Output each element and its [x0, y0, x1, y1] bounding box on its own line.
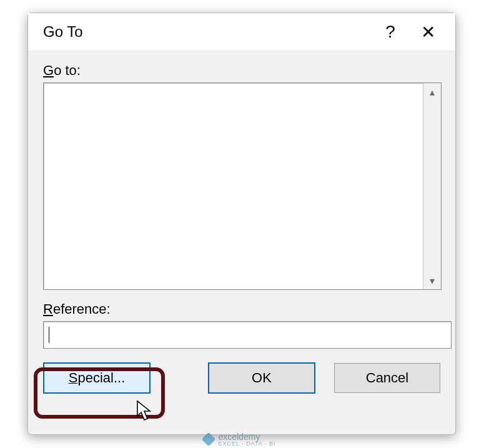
button-row: Special... OK Cancel: [43, 362, 440, 394]
help-button[interactable]: ?: [372, 13, 409, 51]
titlebar: Go To ? ✕: [28, 13, 455, 51]
dialog-body: Go to: ▴ ▾ Reference: Special... OK: [28, 51, 455, 406]
watermark-text: exceldemy EXCEL · DATA · BI: [219, 432, 276, 447]
watermark-tagline: EXCEL · DATA · BI: [219, 441, 276, 447]
ok-button-label: OK: [252, 370, 272, 386]
watermark-logo-icon: [201, 432, 215, 447]
special-button[interactable]: Special...: [43, 362, 151, 394]
text-caret-icon: [49, 327, 49, 343]
cancel-button-label: Cancel: [366, 370, 408, 386]
goto-dialog: Go To ? ✕ Go to: ▴ ▾ Reference: Special.…: [27, 12, 456, 435]
goto-scrollbar[interactable]: ▴ ▾: [423, 83, 441, 289]
close-button[interactable]: ✕: [409, 13, 447, 51]
reference-label: Reference:: [43, 301, 440, 317]
goto-listbox[interactable]: ▴ ▾: [43, 82, 442, 290]
watermark: exceldemy EXCEL · DATA · BI: [0, 432, 479, 447]
special-button-underline: S: [69, 370, 78, 386]
goto-list-area[interactable]: [44, 83, 423, 289]
scroll-up-icon[interactable]: ▴: [423, 83, 441, 101]
dialog-title: Go To: [43, 23, 372, 41]
scroll-down-icon[interactable]: ▾: [423, 272, 441, 289]
ok-button[interactable]: OK: [208, 362, 315, 394]
cancel-button[interactable]: Cancel: [334, 363, 440, 393]
special-button-label: pecial...: [77, 370, 125, 386]
goto-label: Go to:: [43, 62, 440, 79]
reference-input[interactable]: [43, 321, 452, 349]
